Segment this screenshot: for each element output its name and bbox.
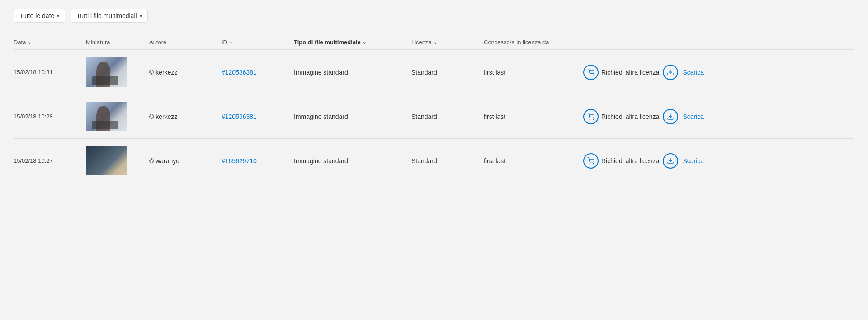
cell-author-1: © kerkezz	[149, 69, 222, 76]
cell-thumbnail-3	[86, 144, 149, 177]
col-header-tipo[interactable]: Tipo di file multimediale ⌄	[294, 39, 411, 46]
media-filter-label: Tutti i file multimediali	[76, 12, 137, 19]
cell-licensed-by-1: first last	[484, 69, 583, 76]
media-table: Data ⌄ Miniatura Autore ID ⌄ Tipo di fil…	[14, 35, 854, 183]
cell-id-3: #165629710	[222, 157, 294, 165]
download-button-1[interactable]: Scarica	[663, 65, 704, 80]
table-row: 15/02/18 10:31 © kerkezz #120536381 Imma…	[14, 50, 854, 94]
date-filter-dropdown[interactable]: Tutte le date ▾	[14, 9, 65, 23]
download-icon-3	[663, 153, 678, 169]
cell-date-2: 15/02/18 10:28	[14, 113, 86, 120]
request-license-button-2[interactable]: Richiedi altra licenza	[583, 109, 659, 124]
thumbnail-image-2	[86, 102, 127, 131]
cell-license-3: Standard	[411, 157, 484, 165]
cell-actions-3: Richiedi altra licenza Scarica	[583, 153, 854, 169]
cart-icon-1	[583, 65, 599, 80]
col-header-azioni	[583, 39, 854, 46]
cell-author-3: © waranyu	[149, 157, 222, 165]
download-label-3: Scarica	[683, 157, 704, 165]
request-license-label-1: Richiedi altra licenza	[601, 69, 659, 76]
cell-thumbnail-2	[86, 100, 149, 133]
thumb-laptop-shape	[92, 121, 119, 130]
download-button-2[interactable]: Scarica	[663, 109, 704, 124]
filter-bar: Tutte le date ▾ Tutti i file multimedial…	[14, 9, 854, 23]
cell-type-3: Immagine standard	[294, 157, 411, 165]
download-label-1: Scarica	[683, 69, 704, 76]
cell-author-2: © kerkezz	[149, 113, 222, 120]
date-filter-label: Tutte le date	[19, 12, 54, 19]
cell-id-link-3[interactable]: #165629710	[222, 157, 257, 165]
table-body: 15/02/18 10:31 © kerkezz #120536381 Imma…	[14, 50, 854, 183]
media-filter-chevron: ▾	[140, 14, 142, 19]
col-header-id[interactable]: ID ⌄	[222, 39, 294, 46]
col-header-data[interactable]: Data ⌄	[14, 39, 86, 46]
cell-id-link-2[interactable]: #120536381	[222, 113, 257, 120]
col-header-miniatura: Miniatura	[86, 39, 149, 46]
cell-licensed-by-3: first last	[484, 157, 583, 165]
cell-type-2: Immagine standard	[294, 113, 411, 120]
svg-point-0	[590, 75, 590, 75]
sort-icon-data: ⌄	[28, 40, 31, 45]
cell-id-link-1[interactable]: #120536381	[222, 69, 257, 76]
cell-actions-2: Richiedi altra licenza Scarica	[583, 109, 854, 124]
cell-license-2: Standard	[411, 113, 484, 120]
cell-type-1: Immagine standard	[294, 69, 411, 76]
svg-point-4	[593, 119, 594, 119]
download-button-3[interactable]: Scarica	[663, 153, 704, 169]
cell-id-1: #120536381	[222, 69, 294, 76]
download-label-2: Scarica	[683, 113, 704, 120]
col-header-licenza[interactable]: Licenza ⌄	[411, 39, 484, 46]
download-icon-2	[663, 109, 678, 124]
request-license-button-3[interactable]: Richiedi altra licenza	[583, 153, 659, 169]
media-filter-dropdown[interactable]: Tutti i file multimediali ▾	[71, 9, 147, 23]
cell-date-1: 15/02/18 10:31	[14, 69, 86, 75]
sort-icon-licenza: ⌄	[434, 40, 437, 45]
cell-id-2: #120536381	[222, 113, 294, 120]
sort-icon-tipo: ⌄	[363, 40, 366, 45]
cell-date-3: 15/02/18 10:27	[14, 157, 86, 164]
download-icon-1	[663, 65, 678, 80]
table-header: Data ⌄ Miniatura Autore ID ⌄ Tipo di fil…	[14, 35, 854, 50]
cart-icon-2	[583, 109, 599, 124]
request-license-label-3: Richiedi altra licenza	[601, 157, 659, 165]
page-container: Tutte le date ▾ Tutti i file multimedial…	[0, 0, 868, 192]
request-license-button-1[interactable]: Richiedi altra licenza	[583, 65, 659, 80]
cell-thumbnail-1	[86, 56, 149, 89]
cell-actions-1: Richiedi altra licenza Scarica	[583, 65, 854, 80]
table-row: 15/02/18 10:27 © waranyu #165629710 Imma…	[14, 139, 854, 183]
col-header-autore: Autore	[149, 39, 222, 46]
cart-icon-3	[583, 153, 599, 169]
col-header-concesso: Concesso/a in licenza da	[484, 39, 583, 46]
svg-point-3	[590, 119, 590, 119]
thumb-laptop-shape	[92, 76, 119, 85]
table-row: 15/02/18 10:28 © kerkezz #120536381 Imma…	[14, 94, 854, 139]
svg-point-1	[593, 75, 594, 75]
thumbnail-image-3	[86, 146, 127, 175]
cell-licensed-by-2: first last	[484, 113, 583, 120]
sort-icon-id: ⌄	[229, 40, 233, 45]
svg-point-6	[590, 163, 590, 164]
cell-license-1: Standard	[411, 69, 484, 76]
request-license-label-2: Richiedi altra licenza	[601, 113, 659, 120]
thumbnail-image-1	[86, 57, 127, 87]
svg-point-7	[593, 163, 594, 164]
date-filter-chevron: ▾	[57, 14, 59, 19]
